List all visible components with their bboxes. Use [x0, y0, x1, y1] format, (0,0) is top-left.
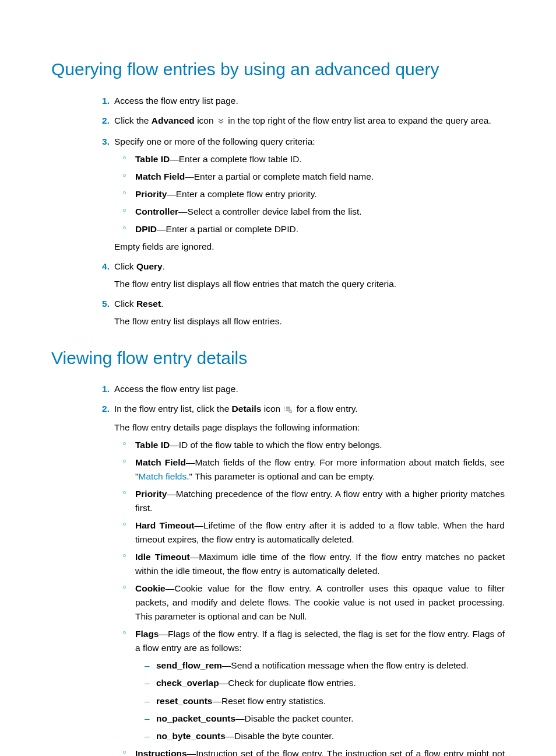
- info-match-field: Match Field—Match fields of the flow ent…: [135, 456, 505, 484]
- info-instructions: Instructions—Instruction set of the flow…: [135, 747, 505, 756]
- step-5: 5. Click Reset. The flow entry list disp…: [114, 297, 505, 328]
- flag-no-packet-counts: no_packet_counts—Disable the packet coun…: [156, 712, 505, 726]
- flag-reset-counts: reset_counts—Reset flow entry statistics…: [156, 694, 505, 708]
- label: Controller: [135, 206, 178, 216]
- step-2: 2. In the flow entry list, click the Det…: [114, 402, 505, 756]
- label: Idle Timeout: [135, 552, 190, 562]
- bold-query: Query: [136, 261, 163, 271]
- info-cookie: Cookie—Cookie value for the flow entry. …: [135, 582, 505, 624]
- info-hard-timeout: Hard Timeout—Lifetime of the flow entry …: [135, 519, 505, 547]
- label: no_packet_counts: [156, 713, 235, 723]
- label: Instructions: [135, 748, 187, 756]
- step-number: 5.: [93, 297, 110, 311]
- desc: —ID of the flow table to which the flow …: [170, 440, 382, 450]
- criteria-list: Table ID—Enter a complete flow table ID.…: [114, 152, 505, 236]
- text: Click: [114, 299, 136, 309]
- label: send_flow_rem: [156, 660, 222, 670]
- query-steps-list: 1. Access the flow entry list page. 2. C…: [51, 94, 505, 328]
- step-4: 4. Click Query. The flow entry list disp…: [114, 260, 505, 291]
- step-text: Access the flow entry list page.: [114, 96, 238, 106]
- label: no_byte_counts: [156, 731, 226, 741]
- match-fields-link[interactable]: Match fields: [139, 471, 187, 481]
- bold-details: Details: [232, 404, 262, 414]
- criterion-table-id: Table ID—Enter a complete flow table ID.: [135, 152, 505, 166]
- step-text: Click the Advanced icon in the top right…: [114, 116, 491, 125]
- step-note: The flow entry list displays all flow en…: [114, 314, 505, 328]
- desc: —Enter a partial or complete match field…: [185, 172, 374, 181]
- desc: —Send a notification message when the fl…: [222, 660, 469, 670]
- step-text: In the flow entry list, click the Detail…: [114, 404, 358, 414]
- text: icon: [261, 404, 283, 414]
- desc: —Flags of the flow entry. If a flag is s…: [135, 629, 505, 653]
- step-number: 1.: [93, 382, 110, 396]
- label: Match Field: [135, 172, 185, 181]
- bold-reset: Reset: [136, 299, 161, 309]
- step-2: 2. Click the Advanced icon in the top ri…: [114, 114, 505, 129]
- flag-send-flow-rem: send_flow_rem—Send a notification messag…: [156, 659, 505, 673]
- text: .: [163, 261, 165, 271]
- step-note: The flow entry details page displays the…: [114, 421, 505, 435]
- details-steps-list: 1. Access the flow entry list page. 2. I…: [51, 382, 505, 756]
- info-priority: Priority—Matching precedence of the flow…: [135, 487, 505, 515]
- info-flags: Flags—Flags of the flow entry. If a flag…: [135, 627, 505, 743]
- criterion-match-field: Match Field—Enter a partial or complete …: [135, 170, 505, 184]
- step-number: 2.: [93, 114, 110, 128]
- criterion-priority: Priority—Enter a complete flow entry pri…: [135, 187, 505, 201]
- step-1: 1. Access the flow entry list page.: [114, 94, 505, 108]
- step-1: 1. Access the flow entry list page.: [114, 382, 505, 396]
- heading-query-advanced: Querying flow entries by using an advanc…: [51, 56, 505, 83]
- label: Table ID: [135, 440, 170, 450]
- criterion-controller: Controller—Select a controller device la…: [135, 205, 505, 219]
- step-number: 1.: [93, 94, 110, 108]
- label: Table ID: [135, 154, 170, 164]
- step-text: Click Query.: [114, 261, 165, 271]
- text: Click the: [114, 116, 152, 125]
- label: Flags: [135, 629, 159, 639]
- info-table-id: Table ID—ID of the flow table to which t…: [135, 438, 505, 452]
- flag-no-byte-counts: no_byte_counts—Disable the byte counter.: [156, 729, 505, 743]
- desc: —Disable the byte counter.: [226, 731, 334, 741]
- step-text: Access the flow entry list page.: [114, 384, 238, 394]
- desc: —Instruction set of the flow entry. The …: [135, 748, 505, 756]
- flags-list: send_flow_rem—Send a notification messag…: [135, 659, 505, 743]
- info-idle-timeout: Idle Timeout—Maximum idle time of the fl…: [135, 550, 505, 578]
- label: reset_counts: [156, 696, 212, 706]
- step-3: 3. Specify one or more of the following …: [114, 135, 505, 254]
- text: .: [161, 299, 163, 309]
- text: In the flow entry list, click the: [114, 404, 232, 414]
- label: Match Field: [135, 457, 186, 467]
- text: icon: [195, 116, 216, 125]
- desc: —Cookie value for the flow entry. A cont…: [135, 583, 505, 621]
- label: Priority: [135, 189, 167, 199]
- desc: —Disable the packet counter.: [235, 713, 353, 723]
- label: Cookie: [135, 583, 166, 593]
- desc: —Enter a complete flow table ID.: [170, 154, 302, 164]
- label: Priority: [135, 489, 167, 499]
- text: Click: [114, 261, 136, 271]
- text: for a flow entry.: [294, 404, 357, 414]
- desc: —Select a controller device label from t…: [178, 206, 361, 216]
- step-text: Specify one or more of the following que…: [114, 136, 315, 146]
- desc: —Enter a complete flow entry priority.: [167, 189, 316, 199]
- svg-line-7: [291, 412, 292, 413]
- step-note: The flow entry list displays all flow en…: [114, 277, 505, 291]
- empty-fields-note: Empty fields are ignored.: [114, 240, 505, 254]
- label: DPID: [135, 224, 157, 234]
- document-page: Querying flow entries by using an advanc…: [0, 0, 556, 756]
- step-number: 4.: [93, 260, 110, 274]
- expand-down-icon: [217, 115, 224, 129]
- text: in the top right of the flow entry list …: [226, 116, 491, 125]
- label: check_overlap: [156, 678, 219, 688]
- flag-check-overlap: check_overlap—Check for duplicate flow e…: [156, 676, 505, 690]
- bold-advanced: Advanced: [152, 116, 195, 125]
- desc: —Reset flow entry statistics.: [212, 696, 326, 706]
- details-list-icon: [284, 403, 293, 417]
- desc: —Matching precedence of the flow entry. …: [135, 489, 505, 513]
- label: Hard Timeout: [135, 520, 195, 530]
- step-text: Click Reset.: [114, 299, 163, 309]
- desc: —Maximum idle time of the flow entry. If…: [135, 552, 505, 576]
- heading-view-details: Viewing flow entry details: [51, 345, 505, 372]
- step-number: 2.: [93, 402, 110, 416]
- svg-point-6: [289, 410, 291, 412]
- criterion-dpid: DPID—Enter a partial or complete DPID.: [135, 222, 505, 236]
